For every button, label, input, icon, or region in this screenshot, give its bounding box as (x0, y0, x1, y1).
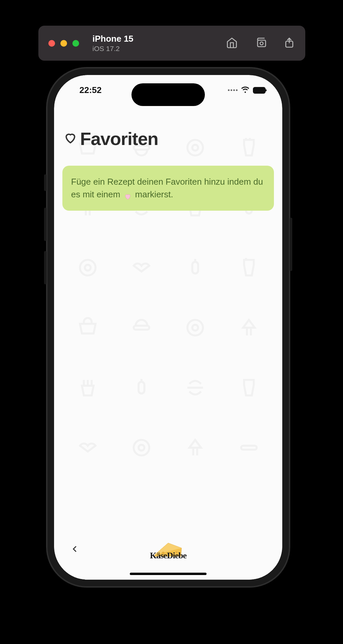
info-text-after: markierst. (133, 189, 173, 199)
svg-point-11 (187, 320, 203, 336)
wifi-icon (241, 86, 250, 94)
close-window-button[interactable] (48, 40, 55, 47)
device-name: iPhone 15 (92, 34, 133, 44)
status-time: 22:52 (79, 85, 102, 95)
maximize-window-button[interactable] (72, 40, 79, 47)
minimize-window-button[interactable] (60, 40, 67, 47)
bottom-bar: KäseDiebe (54, 530, 282, 570)
iphone-frame: 22:52 (47, 68, 290, 587)
svg-rect-16 (241, 446, 257, 450)
svg-point-7 (80, 260, 95, 276)
screenshot-icon[interactable] (255, 37, 267, 50)
dynamic-island (131, 83, 205, 106)
volume-up-button[interactable] (44, 208, 47, 241)
page-content: Favoriten Füge ein Rezept deinen Favorit… (54, 112, 282, 580)
svg-rect-0 (258, 40, 266, 47)
home-icon[interactable] (226, 37, 238, 50)
svg-point-15 (138, 445, 144, 451)
battery-icon (253, 87, 266, 94)
home-indicator[interactable] (130, 573, 207, 575)
svg-point-14 (133, 440, 149, 456)
svg-rect-9 (192, 262, 198, 274)
screen: 22:52 (54, 75, 282, 580)
simulator-toolbar: iPhone 15 iOS 17.2 (38, 26, 305, 61)
traffic-lights (48, 40, 79, 47)
share-icon[interactable] (283, 37, 295, 50)
logo-text: KäseDiebe (150, 551, 186, 561)
page-header: Favoriten (54, 112, 282, 156)
info-card: Füge ein Rezept deinen Favoriten hinzu i… (62, 166, 274, 211)
simulator-title: iPhone 15 iOS 17.2 (92, 34, 133, 53)
info-text: Füge ein Rezept deinen Favoriten hinzu i… (71, 176, 265, 201)
power-button[interactable] (290, 218, 292, 271)
app-logo[interactable]: KäseDiebe (148, 540, 188, 560)
page-title: Favoriten (80, 128, 158, 149)
svg-rect-13 (138, 382, 144, 394)
mute-switch[interactable] (44, 174, 47, 191)
volume-down-button[interactable] (44, 251, 47, 284)
back-button[interactable] (71, 543, 79, 556)
heart-icon (64, 132, 77, 146)
svg-point-12 (192, 325, 198, 331)
os-version: iOS 17.2 (92, 45, 133, 53)
inline-heart-icon (124, 191, 131, 199)
svg-point-1 (260, 42, 263, 45)
cellular-icon (228, 89, 238, 91)
svg-rect-10 (133, 326, 149, 330)
svg-point-8 (85, 265, 91, 271)
